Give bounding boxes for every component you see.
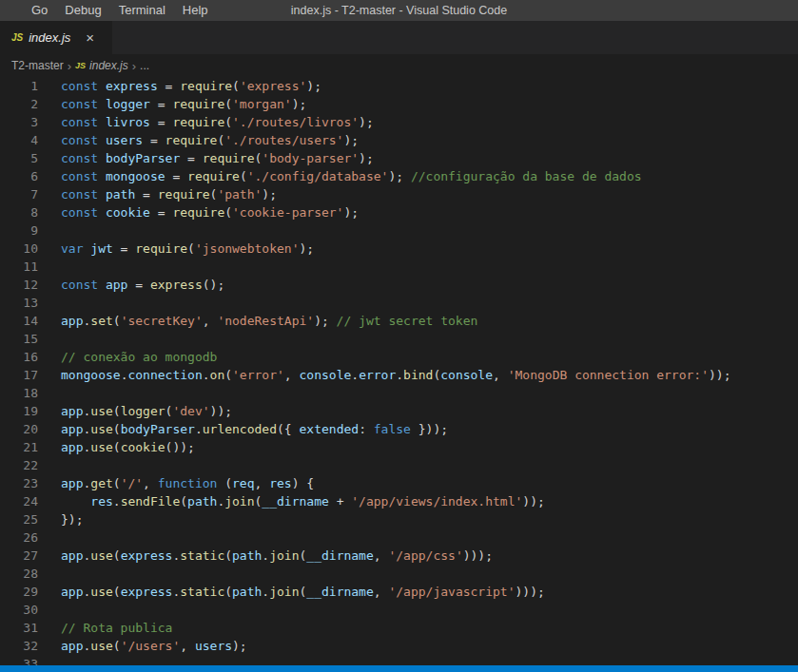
line-number[interactable]: 28 — [0, 565, 38, 583]
code-line[interactable]: 14app.set('secretKey', 'nodeRestApi'); /… — [0, 312, 798, 330]
token-pn — [98, 79, 106, 93]
code-line[interactable]: 21app.use(cookie()); — [0, 438, 798, 456]
code-line[interactable]: 17mongoose.connection.on('error', consol… — [0, 366, 798, 384]
code-text — [38, 294, 61, 312]
line-number[interactable]: 14 — [0, 312, 38, 330]
token-pn: = — [150, 115, 172, 129]
menu-item-go[interactable]: Go — [23, 0, 56, 21]
token-pn: + — [329, 494, 351, 509]
line-number[interactable]: 18 — [0, 384, 38, 402]
code-line[interactable]: 23app.get('/', function (req, res) { — [0, 474, 798, 492]
code-line[interactable]: 19app.use(logger('dev')); — [0, 402, 798, 420]
code-line[interactable]: 9 — [0, 221, 798, 240]
code-line[interactable]: 4const users = require('./routes/users')… — [0, 131, 798, 149]
token-fn: cookie — [121, 440, 165, 454]
code-line[interactable]: 13 — [0, 294, 798, 312]
code-line[interactable]: 10var jwt = require('jsonwebtoken'); — [0, 240, 798, 258]
breadcrumb-symbol[interactable]: ... — [140, 59, 149, 72]
line-number[interactable]: 2 — [0, 95, 38, 113]
token-pn: = — [165, 169, 187, 183]
line-number[interactable]: 32 — [0, 637, 38, 655]
token-pn — [61, 494, 90, 509]
code-line[interactable]: 11 — [0, 258, 798, 276]
code-line[interactable]: 6const mongoose = require('./config/data… — [0, 167, 798, 185]
code-line[interactable]: 29app.use(express.static(path.join(__dir… — [0, 583, 798, 601]
token-var: res — [90, 494, 112, 509]
breadcrumb-folder[interactable]: T2-master — [11, 59, 64, 72]
token-kw: const — [61, 79, 98, 93]
code-line[interactable]: 15 — [0, 330, 798, 348]
token-var: users — [195, 639, 232, 653]
code-line[interactable]: 8const cookie = require('cookie-parser')… — [0, 203, 798, 221]
line-number[interactable]: 22 — [0, 456, 38, 474]
token-pn: = — [127, 278, 149, 292]
token-pn: )); — [210, 404, 232, 418]
menu-item-help[interactable]: Help — [174, 0, 217, 21]
line-number[interactable]: 30 — [0, 601, 38, 619]
code-line[interactable]: 32app.use('/users', users); — [0, 637, 798, 655]
code-text — [38, 384, 61, 402]
line-number[interactable]: 9 — [0, 221, 38, 240]
code-text: const bodyParser = require('body-parser'… — [38, 149, 374, 167]
line-number[interactable]: 5 — [0, 149, 38, 167]
line-number[interactable]: 7 — [0, 185, 38, 203]
code-line[interactable]: 25}); — [0, 510, 798, 528]
line-number[interactable]: 1 — [0, 77, 38, 95]
line-number[interactable]: 24 — [0, 492, 38, 510]
line-number[interactable]: 23 — [0, 474, 38, 492]
code-line[interactable]: 12const app = express(); — [0, 276, 798, 294]
editor[interactable]: 1const express = require('express');2con… — [0, 77, 798, 665]
menu-item-debug[interactable]: Debug — [56, 0, 109, 21]
code-line[interactable]: 26 — [0, 528, 798, 547]
code-line[interactable]: 1const express = require('express'); — [0, 77, 798, 95]
line-number[interactable]: 17 — [0, 366, 38, 384]
menu-item-terminal[interactable]: Terminal — [110, 0, 174, 21]
code-line[interactable]: 22 — [0, 456, 798, 474]
code-line[interactable]: 33 — [0, 655, 798, 665]
code-line[interactable]: 7const path = require('path'); — [0, 185, 798, 203]
code-line[interactable]: 27app.use(express.static(path.join(__dir… — [0, 547, 798, 565]
code-text: const express = require('express'); — [38, 77, 321, 95]
line-number[interactable]: 4 — [0, 131, 38, 149]
line-number[interactable]: 10 — [0, 240, 38, 258]
code-line[interactable]: 30 — [0, 601, 798, 619]
line-number[interactable]: 13 — [0, 294, 38, 312]
line-number[interactable]: 25 — [0, 510, 38, 528]
code-line[interactable]: 18 — [0, 384, 798, 402]
line-number[interactable]: 3 — [0, 113, 38, 131]
tab-bar: JS index.js × — [0, 21, 798, 54]
code-line[interactable]: 3const livros = require('./routes/livros… — [0, 113, 798, 131]
line-number[interactable]: 27 — [0, 547, 38, 565]
line-number[interactable]: 21 — [0, 438, 38, 456]
line-number[interactable]: 26 — [0, 528, 38, 547]
code-text — [38, 655, 61, 665]
close-icon[interactable]: × — [86, 30, 94, 45]
line-number[interactable]: 12 — [0, 276, 38, 294]
line-number[interactable]: 33 — [0, 655, 38, 665]
token-var: path — [232, 548, 262, 563]
code-line[interactable]: 24 res.sendFile(path.join(__dirname + '/… — [0, 492, 798, 510]
line-number[interactable]: 8 — [0, 203, 38, 221]
breadcrumb-file[interactable]: index.js — [89, 59, 128, 72]
code-line[interactable]: 31// Rota publica — [0, 619, 798, 637]
code-line[interactable]: 20app.use(bodyParser.urlencoded({ extend… — [0, 420, 798, 438]
line-number[interactable]: 6 — [0, 167, 38, 185]
code-text: app.use(cookie()); — [38, 438, 195, 456]
token-pn — [98, 278, 106, 292]
line-number[interactable]: 29 — [0, 583, 38, 601]
line-number[interactable]: 20 — [0, 420, 38, 438]
line-number[interactable]: 15 — [0, 330, 38, 348]
line-number[interactable]: 11 — [0, 258, 38, 276]
menubar: GoDebugTerminalHelp — [0, 0, 217, 21]
code-line[interactable]: 28 — [0, 565, 798, 583]
code-line[interactable]: 2const logger = require('morgan'); — [0, 95, 798, 113]
code-line[interactable]: 5const bodyParser = require('body-parser… — [0, 149, 798, 167]
code-line[interactable]: 16// conexão ao mongodb — [0, 348, 798, 366]
line-number[interactable]: 19 — [0, 402, 38, 420]
token-pn: ( — [113, 404, 121, 418]
token-var: bodyParser — [106, 151, 180, 165]
line-number[interactable]: 16 — [0, 348, 38, 366]
line-number[interactable]: 31 — [0, 619, 38, 637]
code-text: app.use(express.static(path.join(__dirna… — [38, 583, 545, 601]
tab-indexjs[interactable]: JS index.js × — [0, 21, 112, 54]
